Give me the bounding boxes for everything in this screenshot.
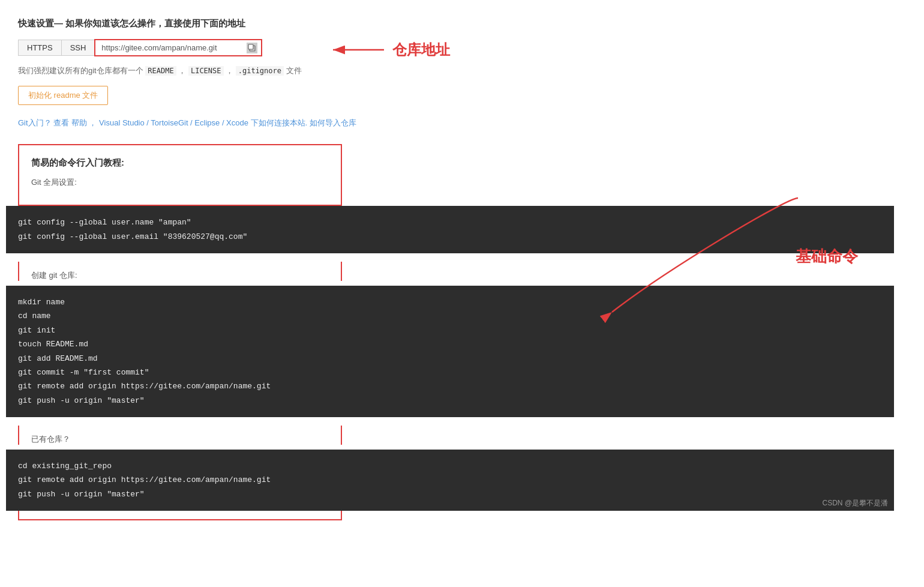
watermark: CSDN @是攀不是潘 [822,498,888,508]
git-global-code-block: git config --global user.name "ampan" gi… [6,206,894,253]
page-title: 快速设置— 如果你知道该怎么操作，直接使用下面的地址 [18,18,906,29]
tutorial-title: 简易的命令行入门教程: [31,157,329,169]
help-link[interactable]: 查看 帮助 [53,118,87,127]
copy-icon[interactable] [247,43,257,53]
ssh-button[interactable]: SSH [61,40,95,56]
url-section: HTTPS SSH 仓库地址 [18,39,906,56]
existing-repo-code-block: cd existing_git_repo git remote add orig… [6,450,894,511]
git-config-email: git config --global user.email "83962052… [18,232,247,241]
create-repo-label: 创建 git 仓库: [31,262,329,281]
eclipse-link[interactable]: Eclipse [194,118,220,127]
init-readme-button[interactable]: 初始化 readme 文件 [18,86,108,105]
repo-url-input[interactable] [94,39,262,56]
recommend-text: 我们强烈建议所有的git仓库都有一个 README ， LICENSE ， .g… [18,65,906,77]
url-input-wrapper [94,39,262,56]
annotation-basic-cmd-text: 基础命令 [796,247,858,265]
tortoisegit-link[interactable]: TortoiseGit [151,118,188,127]
git-help-links: Git入门？ 查看 帮助 ， Visual Studio / TortoiseG… [18,116,906,130]
existing-repo-label: 已有仓库？ [31,426,329,445]
basic-cmd-annotation: 基础命令 [796,246,858,267]
create-repo-code-block: mkdir name cd name git init touch README… [6,286,894,417]
visual-studio-link[interactable]: Visual Studio [99,118,145,127]
import-repo-link[interactable]: 如何导入仓库 [310,118,356,127]
svg-rect-1 [248,44,253,49]
git-global-label: Git 全局设置: [31,177,329,188]
tutorial-box: 简易的命令行入门教程: Git 全局设置: [18,144,342,206]
annotation-repo-addr: 仓库地址 [392,40,450,59]
repo-addr-arrow [330,43,390,57]
https-button[interactable]: HTTPS [18,40,61,56]
git-config-name: git config --global user.name "ampan" [18,218,191,227]
xcode-link[interactable]: Xcode [226,118,248,127]
